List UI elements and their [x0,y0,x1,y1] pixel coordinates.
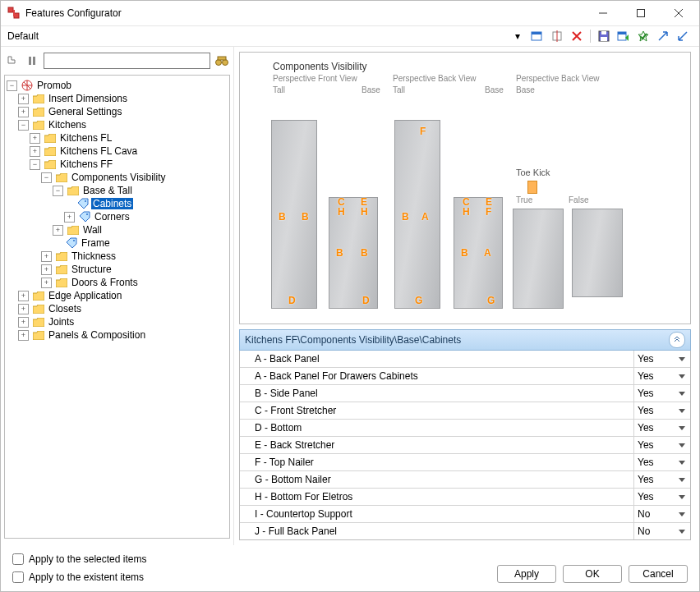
bottom-bar: Apply to the selected items Apply to the… [1,545,699,591]
svg-rect-12 [29,57,31,65]
save-icon[interactable] [596,28,612,44]
property-value-select[interactable]: No [633,523,690,539]
cabinet-toekick-true [513,209,564,309]
tree-item-panels-composition[interactable]: Panels & Composition [47,329,147,341]
binoculars-icon[interactable] [214,53,230,69]
tree-item-closets[interactable]: Closets [47,303,83,314]
toekick-true: True [516,195,532,204]
expander-icon[interactable]: − [53,186,63,196]
expander-icon[interactable]: + [41,251,52,262]
property-value-select[interactable]: Yes [633,471,690,488]
tree-item-components-visibility[interactable]: Components Visibility [70,172,168,183]
tree-item-general-settings[interactable]: General Settings [47,106,123,117]
expander-icon[interactable]: + [18,107,29,117]
expander-icon[interactable]: + [18,304,29,314]
folder-icon [44,145,57,158]
folder-icon [32,92,45,105]
dropdown-arrow-icon[interactable]: ▾ [509,28,526,44]
main-area: −Promob +Insert Dimensions +General Sett… [1,47,699,545]
tree-item-thickness[interactable]: Thickness [70,250,117,262]
svg-rect-7 [601,37,607,41]
property-value-select[interactable]: Yes [633,420,690,436]
svg-rect-16 [218,57,226,60]
expander-icon[interactable]: + [18,330,29,341]
folder-icon [55,263,68,276]
expander-icon[interactable]: + [53,225,63,236]
tree-item-base-tall[interactable]: Base & Tall [81,185,134,196]
expander-icon[interactable]: − [18,120,29,131]
tree-item-kitchens-fl-cava[interactable]: Kitchens FL Cava [58,145,139,157]
apply-existent-checkbox[interactable]: Apply to the existent items [12,571,146,583]
tree-item-cabinets[interactable]: Cabinets [91,198,133,209]
property-row: I - Countertop SupportNo [240,506,690,523]
tree-root[interactable]: Promob [35,80,73,91]
expander-icon[interactable]: + [30,146,40,157]
tree-item-frame[interactable]: Frame [80,237,112,249]
expander-icon[interactable]: + [41,264,52,275]
svg-rect-10 [618,32,626,34]
tree-item-kitchens-fl[interactable]: Kitchens FL [58,132,113,144]
folder-icon [32,328,45,342]
cancel-button[interactable]: Cancel [629,565,688,583]
folder-icon [32,315,45,328]
property-row: F - Top NailerYes [240,454,690,471]
tree-item-kitchens-ff[interactable]: Kitchens FF [58,158,114,170]
expander-icon[interactable]: + [18,317,29,328]
property-value-select[interactable]: Yes [633,402,690,419]
collapse-panel-icon[interactable] [669,332,685,348]
expander-icon[interactable]: + [18,94,29,104]
apply-existent-label: Apply to the existent items [29,571,144,583]
tree-item-kitchens[interactable]: Kitchens [47,119,88,131]
tree-item-structure[interactable]: Structure [70,264,113,275]
expander-icon[interactable]: + [30,133,40,144]
property-value-select[interactable]: Yes [633,385,690,402]
preview-label-tall-2: Tall [393,85,405,94]
property-value-select[interactable]: Yes [633,454,690,470]
property-row: J - Full Back PanelNo [240,523,690,539]
window-minimize-button[interactable] [584,1,622,25]
delete-icon[interactable] [569,28,585,44]
property-label: A - Back Panel [240,353,633,365]
property-value-select[interactable]: Yes [633,489,690,505]
property-value-select[interactable]: Yes [633,351,690,367]
left-pane: −Promob +Insert Dimensions +General Sett… [1,47,234,545]
property-row: D - BottomYes [240,420,690,437]
window-close-button[interactable] [660,1,698,25]
expander-icon[interactable]: + [41,278,52,288]
expander-icon[interactable]: + [64,212,75,223]
property-value-select[interactable]: Yes [633,368,690,384]
property-label: G - Bottom Nailer [240,474,633,485]
window-maximize-button[interactable] [622,1,660,25]
export-icon[interactable] [615,28,632,44]
expander-icon[interactable]: + [18,291,29,301]
rename-icon[interactable] [549,28,565,44]
save-collection-icon[interactable] [529,28,546,44]
confirm-icon[interactable] [635,28,652,44]
preset-dropdown[interactable]: Default [7,30,39,42]
tree-item-joints[interactable]: Joints [47,316,76,328]
cabinet-base-back: BA CE HF G [454,197,503,309]
apply-selected-checkbox[interactable]: Apply to the selected items [12,553,146,565]
apply-button[interactable]: Apply [497,565,556,583]
property-value-select[interactable]: No [633,506,690,522]
tree-item-doors-fronts[interactable]: Doors & Fronts [70,277,140,288]
property-value-select[interactable]: Yes [633,437,690,453]
tree-item-edge-application[interactable]: Edge Application [47,290,123,301]
expander-icon[interactable]: − [30,159,40,170]
tree-item-insert-dimensions[interactable]: Insert Dimensions [47,93,129,104]
tree-collapse-icon[interactable] [24,53,40,69]
preview-col3-header: Perspective Back View [516,74,600,83]
folder-icon [67,223,80,236]
tree-item-wall[interactable]: Wall [81,224,104,236]
tree-expand-icon[interactable] [4,53,21,69]
tree-item-corners[interactable]: Corners [93,211,131,223]
arrow-in-icon[interactable] [655,28,671,44]
globe-icon [21,79,34,92]
expander-icon[interactable]: − [7,80,17,91]
expander-icon[interactable]: − [41,172,52,183]
svg-point-19 [86,213,88,215]
ok-button[interactable]: OK [563,565,622,583]
search-input[interactable] [44,53,210,69]
tree-view[interactable]: −Promob +Insert Dimensions +General Sett… [4,75,230,539]
arrow-out-icon[interactable] [675,28,691,44]
